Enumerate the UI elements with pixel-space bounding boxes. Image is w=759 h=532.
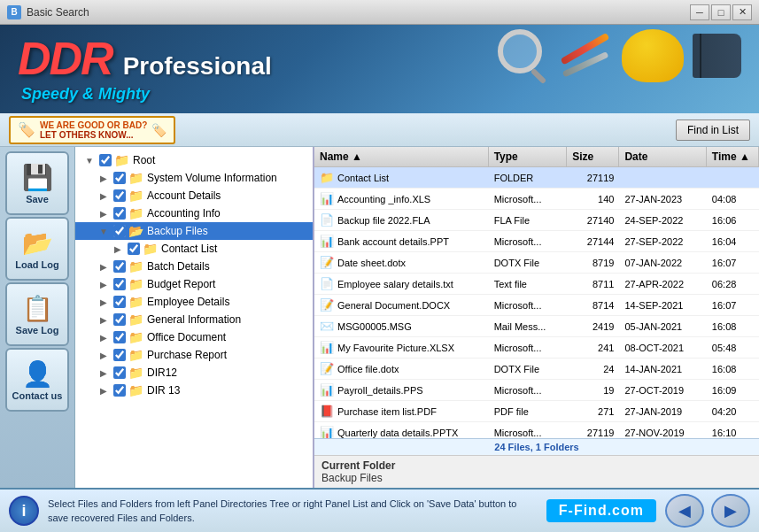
tree-label-contact-list: Contact List: [161, 243, 217, 255]
next-button[interactable]: ▶: [711, 494, 750, 528]
tree-toggle-root[interactable]: ▼: [82, 153, 97, 167]
tree-toggle-sysvolinfo[interactable]: ▶: [97, 171, 111, 185]
load-log-icon: 📂: [22, 228, 53, 258]
col-header-time[interactable]: Time ▲: [707, 147, 759, 166]
file-name-cell: 📄 Backup file 2022.FLA: [314, 212, 489, 228]
tree-toggle-purchase-report[interactable]: ▶: [97, 348, 111, 362]
tree-toggle-budget-report[interactable]: ▶: [97, 277, 111, 291]
tree-item-root[interactable]: ▼ 📁 Root: [75, 151, 313, 169]
file-time-cell: 16:04: [707, 235, 759, 249]
header-decoration: [498, 29, 741, 82]
checkbox-employee-details[interactable]: [113, 296, 126, 308]
tree-toggle-employee-details[interactable]: ▶: [97, 295, 111, 309]
checkbox-sysvolinfo[interactable]: [113, 172, 126, 184]
tree-item-sysvolinfo[interactable]: ▶ 📁 System Volume Information: [75, 169, 313, 187]
checkbox-dir13[interactable]: [113, 384, 126, 397]
brand-professional: Professional: [123, 52, 272, 81]
file-date-cell: 27-OCT-2019: [619, 383, 706, 397]
table-row[interactable]: 📊 Quarterly data details.PPTX Microsoft.…: [314, 422, 759, 438]
tree-toggle-dir13[interactable]: ▶: [97, 383, 111, 397]
tree-toggle-contact-list[interactable]: ▶: [111, 242, 125, 256]
tree-item-contact-list[interactable]: ▶ 📁 Contact List: [75, 240, 313, 258]
tree-toggle-batch-details[interactable]: ▶: [97, 259, 111, 274]
notice-text: WE ARE GOOD OR BAD? LET OTHERS KNOW...: [40, 120, 147, 140]
file-type-cell: Microsoft...: [489, 192, 568, 206]
maximize-button[interactable]: □: [711, 4, 731, 20]
checkbox-root[interactable]: [99, 154, 112, 166]
folder-icon-budget-report: 📁: [128, 277, 143, 291]
table-row[interactable]: 📁 Contact List FOLDER 27119: [314, 167, 759, 189]
table-row[interactable]: 📝 Office file.dotx DOTX File 24 14-JAN-2…: [314, 359, 759, 380]
checkbox-account-details[interactable]: [113, 189, 126, 202]
file-time-cell: 16:07: [707, 256, 759, 270]
tree-item-accounting-info[interactable]: ▶ 📁 Accounting Info: [75, 204, 313, 222]
col-header-name[interactable]: Name ▲: [314, 147, 489, 166]
file-type-cell: DOTX File: [489, 362, 568, 376]
save-log-icon: 📋: [22, 294, 53, 323]
tree-item-dir13[interactable]: ▶ 📁 DIR 13: [75, 382, 313, 399]
contact-us-button[interactable]: 👤 Contact us: [5, 348, 69, 412]
tree-label-general-information: General Information: [147, 313, 241, 326]
tree-item-general-information[interactable]: ▶ 📁 General Information: [75, 311, 313, 328]
tree-toggle-office-document[interactable]: ▶: [97, 330, 111, 344]
file-name-cell: 📝 Date sheet.dotx: [314, 254, 489, 271]
checkbox-accounting-info[interactable]: [113, 207, 126, 220]
load-log-button[interactable]: 📂 Load Log: [5, 217, 69, 281]
checkbox-batch-details[interactable]: [113, 260, 126, 273]
col-header-size[interactable]: Size: [567, 147, 619, 166]
tree-toggle-accounting-info[interactable]: ▶: [97, 206, 111, 220]
tree-item-dir12[interactable]: ▶ 📁 DIR12: [75, 364, 313, 382]
file-name-cell: 📊 Payroll_details.PPS: [314, 382, 489, 398]
table-row[interactable]: 📝 General Document.DOCX Microsoft... 871…: [314, 295, 759, 316]
folder-icon-batch-details: 📁: [128, 259, 143, 274]
tree-item-purchase-report[interactable]: ▶ 📁 Purchase Report: [75, 346, 313, 364]
table-row[interactable]: 📄 Employee salary details.txt Text file …: [314, 274, 759, 295]
file-date-cell: 27-SEP-2022: [619, 235, 706, 249]
table-row[interactable]: 📄 Backup file 2022.FLA FLA File 27140 24…: [314, 210, 759, 231]
save-button[interactable]: 💾 Save: [5, 151, 69, 215]
tree-toggle-general-information[interactable]: ▶: [97, 312, 111, 327]
info-text: Select Files and Folders from left Panel…: [48, 497, 538, 526]
checkbox-budget-report[interactable]: [113, 278, 126, 290]
table-row[interactable]: 📊 Accounting _info.XLS Microsoft... 140 …: [314, 189, 759, 210]
checkbox-general-information[interactable]: [113, 313, 126, 326]
file-type-cell: Microsoft...: [489, 383, 568, 397]
table-row[interactable]: 📊 Bank account details.PPT Microsoft... …: [314, 231, 759, 252]
col-header-type[interactable]: Type: [489, 147, 568, 166]
table-row[interactable]: 📕 Purchase item list.PDF PDF file 271 27…: [314, 401, 759, 422]
checkbox-contact-list[interactable]: [128, 243, 140, 255]
tree-item-employee-details[interactable]: ▶ 📁 Employee Details: [75, 293, 313, 311]
tree-toggle-backup-files[interactable]: ▼: [97, 224, 111, 238]
file-type-icon: 📝: [320, 298, 334, 312]
prev-button[interactable]: ◀: [665, 494, 704, 528]
checkbox-purchase-report[interactable]: [113, 349, 126, 361]
table-row[interactable]: 📊 My Favourite Picture.XLSX Microsoft...…: [314, 337, 759, 359]
tree-label-batch-details: Batch Details: [147, 260, 210, 273]
close-button[interactable]: ✕: [732, 4, 752, 20]
checkbox-office-document[interactable]: [113, 331, 126, 343]
tree-item-backup-files[interactable]: ▼ 📂 Backup Files: [75, 222, 313, 240]
folder-icon-contact-list: 📁: [143, 242, 158, 256]
minimize-button[interactable]: ─: [690, 4, 709, 20]
table-row[interactable]: 📊 Payroll_details.PPS Microsoft... 19 27…: [314, 380, 759, 401]
col-header-date[interactable]: Date: [619, 147, 706, 166]
tree-toggle-account-details[interactable]: ▶: [97, 189, 111, 203]
file-name-cell: 📁 Contact List: [314, 169, 489, 186]
tree-item-budget-report[interactable]: ▶ 📁 Budget Report: [75, 275, 313, 293]
tree-item-batch-details[interactable]: ▶ 📁 Batch Details: [75, 258, 313, 275]
save-log-button[interactable]: 📋 Save Log: [5, 282, 69, 346]
header-banner: DDR Professional Speedy & Mighty: [0, 25, 759, 113]
checkbox-dir12[interactable]: [113, 366, 126, 379]
tree-item-office-document[interactable]: ▶ 📁 Office Document: [75, 328, 313, 346]
find-in-list-button[interactable]: Find in List: [676, 120, 750, 141]
save-icon: 💾: [22, 163, 53, 192]
file-type-icon: 📁: [320, 171, 334, 184]
table-row[interactable]: ✉️ MSG00005.MSG Mail Mess... 2419 05-JAN…: [314, 316, 759, 337]
tree-toggle-dir12[interactable]: ▶: [97, 366, 111, 380]
tree-item-account-details[interactable]: ▶ 📁 Account Details: [75, 187, 313, 204]
file-name: Backup file 2022.FLA: [337, 215, 430, 226]
file-type-cell: Microsoft...: [489, 341, 568, 355]
table-row[interactable]: 📝 Date sheet.dotx DOTX File 8719 07-JAN-…: [314, 252, 759, 274]
tree-label-sysvolinfo: System Volume Information: [147, 172, 277, 184]
checkbox-backup-files[interactable]: [113, 225, 126, 237]
